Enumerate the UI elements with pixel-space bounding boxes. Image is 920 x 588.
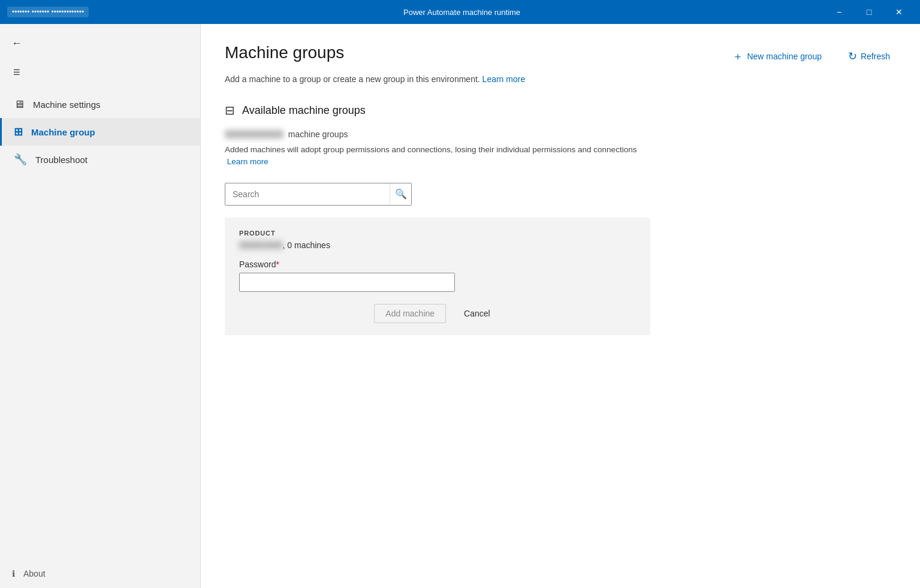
group-card: PRODUCT •••••••• ••••••, 0 machines Pass… bbox=[225, 218, 650, 335]
sidebar-footer-about[interactable]: ℹ About bbox=[0, 559, 200, 588]
back-icon: ← bbox=[11, 37, 22, 50]
monitor-icon: 🖥 bbox=[14, 98, 25, 111]
search-icon: 🔍 bbox=[395, 188, 407, 200]
window-controls: − □ ✕ bbox=[825, 2, 913, 22]
search-container: 🔍 bbox=[225, 183, 412, 206]
group-count-suffix: machine groups bbox=[288, 129, 348, 139]
refresh-label: Refresh bbox=[861, 52, 890, 61]
subtitle: Add a machine to a group or create a new… bbox=[225, 74, 896, 84]
maximize-button[interactable]: □ bbox=[855, 2, 883, 22]
sidebar-nav: 🖥 Machine settings ⊞ Machine group 🔧 Tro… bbox=[0, 86, 200, 559]
header-actions: ＋ New machine group ↻ Refresh bbox=[726, 46, 896, 67]
back-button[interactable]: ← bbox=[5, 31, 29, 55]
new-machine-group-button[interactable]: ＋ New machine group bbox=[726, 46, 828, 67]
sidebar-item-machine-settings[interactable]: 🖥 Machine settings bbox=[0, 91, 200, 118]
app-layout: ← ☰ 🖥 Machine settings ⊞ Machine group 🔧… bbox=[0, 24, 920, 588]
minimize-button[interactable]: − bbox=[825, 2, 853, 22]
close-button[interactable]: ✕ bbox=[885, 2, 913, 22]
info-icon: ℹ bbox=[12, 569, 15, 578]
password-label: Password* bbox=[239, 260, 636, 269]
hamburger-icon: ☰ bbox=[13, 68, 20, 77]
group-card-name: •••••••• ••••••, 0 machines bbox=[239, 240, 636, 250]
password-input[interactable] bbox=[239, 273, 455, 292]
sidebar-item-label: Machine settings bbox=[33, 99, 101, 110]
new-machine-group-label: New machine group bbox=[747, 52, 822, 61]
blurred-machine-group-name: •••••••• •••••• bbox=[239, 240, 283, 250]
required-asterisk: * bbox=[276, 260, 279, 269]
page-title: Machine groups bbox=[225, 43, 344, 62]
machines-count: , 0 machines bbox=[283, 240, 330, 250]
refresh-icon: ↻ bbox=[848, 50, 857, 63]
group-count-info: •••••••••••••••••••• machine groups bbox=[225, 129, 896, 139]
sidebar: ← ☰ 🖥 Machine settings ⊞ Machine group 🔧… bbox=[0, 24, 201, 588]
user-info: ••••••• ••••••• ••••••••••••• bbox=[7, 7, 89, 17]
subtitle-text: Add a machine to a group or create a new… bbox=[225, 74, 480, 84]
section-header: ⊟ Available machine groups bbox=[225, 103, 896, 117]
group-icon: ⊞ bbox=[14, 125, 23, 138]
hamburger-button[interactable]: ☰ bbox=[5, 60, 29, 84]
title-bar: ••••••• ••••••• ••••••••••••• Power Auto… bbox=[0, 0, 920, 24]
product-label: PRODUCT bbox=[239, 230, 636, 237]
group-description-learn-more-link[interactable]: Learn more bbox=[227, 157, 269, 166]
search-input[interactable] bbox=[225, 185, 390, 204]
section-title: Available machine groups bbox=[242, 104, 366, 117]
add-machine-button[interactable]: Add machine bbox=[374, 304, 446, 323]
group-description: Added machines will adopt group permissi… bbox=[225, 144, 656, 168]
card-actions: Add machine Cancel bbox=[239, 304, 636, 323]
subtitle-learn-more-link[interactable]: Learn more bbox=[482, 74, 526, 84]
main-content: Machine groups ＋ New machine group ↻ Ref… bbox=[201, 24, 920, 588]
group-description-text: Added machines will adopt group permissi… bbox=[225, 145, 637, 154]
main-header: Machine groups ＋ New machine group ↻ Ref… bbox=[225, 43, 896, 67]
sidebar-item-troubleshoot[interactable]: 🔧 Troubleshoot bbox=[0, 146, 200, 173]
about-label: About bbox=[23, 569, 46, 578]
cancel-button[interactable]: Cancel bbox=[453, 304, 501, 322]
sidebar-item-label: Troubleshoot bbox=[35, 155, 88, 165]
refresh-button[interactable]: ↻ Refresh bbox=[842, 46, 896, 67]
sidebar-item-label: Machine group bbox=[31, 127, 95, 137]
sidebar-item-machine-group[interactable]: ⊞ Machine group bbox=[0, 118, 200, 146]
machine-groups-icon: ⊟ bbox=[225, 103, 235, 117]
app-title: Power Automate machine runtime bbox=[98, 8, 825, 17]
plus-icon: ＋ bbox=[732, 49, 743, 64]
wrench-icon: 🔧 bbox=[14, 153, 27, 166]
blurred-group-name: •••••••••••••••••••• bbox=[225, 129, 283, 139]
search-button[interactable]: 🔍 bbox=[390, 183, 411, 205]
